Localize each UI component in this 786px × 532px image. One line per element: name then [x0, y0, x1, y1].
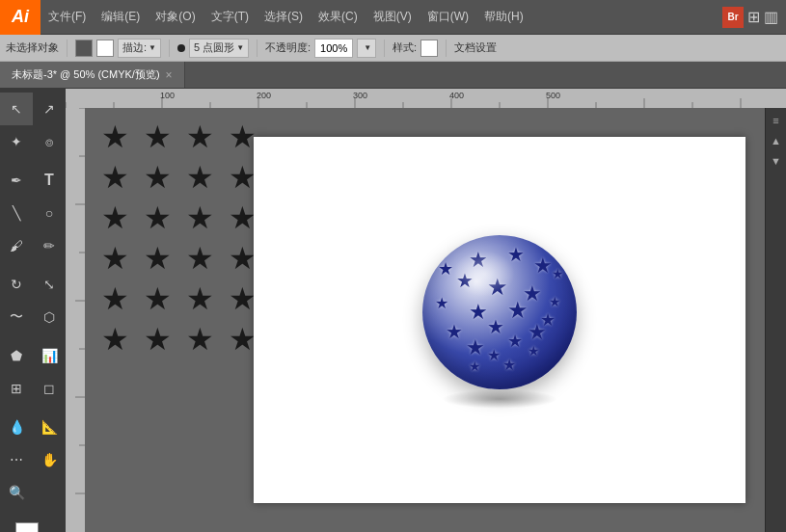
- tool-row-4: ╲ ○: [0, 197, 66, 229]
- svg-text:300: 300: [353, 91, 367, 100]
- paintbrush-tool[interactable]: 🖌: [0, 229, 33, 262]
- chart-tool[interactable]: 📊: [33, 339, 66, 372]
- tool-row-6: ↻ ⤡: [0, 268, 66, 301]
- sphere-star: ★: [466, 335, 485, 360]
- color-area: [8, 515, 58, 532]
- panel-btn-2[interactable]: ▲: [768, 132, 785, 149]
- menu-effect[interactable]: 效果(C): [311, 0, 366, 35]
- sphere-star: ★: [533, 253, 553, 279]
- symbol-tool[interactable]: ⬟: [0, 339, 33, 372]
- sphere: ★★★★★★★★★★★★★★★★★★★★★★: [422, 235, 577, 389]
- grid-icon[interactable]: ⊞: [747, 8, 760, 26]
- sphere-star: ★: [540, 309, 556, 331]
- menu-select[interactable]: 选择(S): [257, 0, 311, 35]
- tab-document[interactable]: 未标题-3* @ 50% (CMYK/预览) ×: [0, 62, 185, 88]
- menu-file[interactable]: 文件(F): [41, 0, 94, 35]
- star-item: ★: [179, 279, 220, 318]
- star-item: ★: [95, 239, 135, 278]
- toolbar: ↖ ↗ ✦ ⌾ ✒ T ╲ ○ 🖌 ✏ ↻ ⤡ 〜 ⬡ ⬟: [0, 89, 66, 532]
- svg-rect-22: [66, 108, 85, 532]
- magic-wand-tool[interactable]: ✦: [0, 125, 33, 158]
- tool-row-9: ⊞ ◻: [0, 372, 66, 405]
- hand-tool[interactable]: ✋: [33, 443, 66, 476]
- selection-tool[interactable]: ↖: [0, 93, 33, 125]
- tab-bar: 未标题-3* @ 50% (CMYK/预览) ×: [0, 62, 786, 89]
- opacity-arrow: ▼: [364, 43, 371, 52]
- star-item: ★: [95, 320, 135, 359]
- ai-logo: Ai: [0, 0, 41, 35]
- star-item: ★: [179, 239, 220, 278]
- tab-close-button[interactable]: ×: [166, 68, 173, 82]
- sphere-star: ★: [469, 300, 488, 325]
- star-item: ★: [95, 279, 135, 318]
- zoom-tool[interactable]: 🔍: [0, 476, 33, 509]
- tool-row-10: 💧 📐: [0, 411, 66, 443]
- canvas-body: 100 ★★★★★★★★★★★★★★★★★★★★★★★★: [66, 108, 786, 532]
- star-item: ★: [137, 199, 177, 237]
- tool-row-12: 🔍: [0, 476, 66, 509]
- free-transform-tool[interactable]: ⬡: [33, 301, 66, 333]
- bridge-icon: Br: [722, 7, 744, 28]
- ruler-left: 100: [66, 108, 85, 532]
- stroke-swatch[interactable]: [96, 40, 114, 57]
- star-item: ★: [179, 199, 220, 237]
- warp-tool[interactable]: 〜: [0, 301, 33, 333]
- fill-color-swatch[interactable]: [15, 522, 39, 532]
- type-tool[interactable]: T: [33, 164, 66, 197]
- fill-swatch[interactable]: [75, 40, 93, 57]
- style-swatch[interactable]: [420, 40, 438, 57]
- stroke-style-dropdown[interactable]: 5 点圆形 ▼: [189, 39, 249, 58]
- sphere-star: ★: [552, 266, 564, 281]
- eraser-tool[interactable]: ◻: [33, 372, 66, 405]
- tool-row-11: ⋯ ✋: [0, 443, 66, 476]
- star-item: ★: [179, 158, 220, 197]
- eyedropper-tool[interactable]: 💧: [0, 411, 33, 443]
- stroke-label: 描边:: [122, 40, 147, 55]
- lasso-tool[interactable]: ⌾: [33, 125, 66, 158]
- line-tool[interactable]: ╲: [0, 197, 33, 229]
- menu-help[interactable]: 帮助(H): [476, 0, 531, 35]
- sphere-star: ★: [446, 320, 463, 343]
- separator-1: [67, 40, 68, 57]
- shape-tool[interactable]: ○: [33, 197, 66, 229]
- sphere-star: ★: [487, 315, 504, 338]
- star-item: ★: [179, 320, 220, 359]
- menu-right: Br ⊞ ▥: [718, 7, 786, 28]
- stroke-dropdown-arrow: ▼: [149, 43, 156, 52]
- panel-btn-3[interactable]: ▼: [768, 152, 785, 170]
- panel-icon[interactable]: ▥: [764, 8, 778, 26]
- direct-selection-tool[interactable]: ↗: [33, 93, 66, 125]
- svg-text:100: 100: [160, 91, 175, 100]
- menu-view[interactable]: 视图(V): [366, 0, 420, 35]
- opacity-dropdown[interactable]: ▼: [357, 39, 376, 58]
- slice-tool[interactable]: ⊞: [0, 372, 33, 405]
- svg-text:200: 200: [257, 91, 271, 100]
- sphere-star: ★: [469, 359, 481, 374]
- measure-tool[interactable]: 📐: [33, 411, 66, 443]
- artboard: ★★★★★★★★★★★★★★★★★★★★★★: [254, 137, 745, 503]
- pencil-tool[interactable]: ✏: [33, 229, 66, 262]
- scale-tool[interactable]: ⤡: [33, 268, 66, 301]
- sphere-star: ★: [487, 346, 501, 364]
- tool-row-5: 🖌 ✏: [0, 229, 66, 262]
- separator-4: [384, 40, 385, 57]
- pen-tool[interactable]: ✒: [0, 164, 33, 197]
- menu-object[interactable]: 对象(O): [148, 0, 203, 35]
- opacity-input[interactable]: [314, 39, 353, 58]
- sphere-highlight: [453, 251, 515, 297]
- star-item: ★: [179, 118, 220, 156]
- sphere-star: ★: [528, 343, 540, 359]
- menu-text[interactable]: 文字(T): [203, 0, 257, 35]
- tool-row-8: ⬟ 📊: [0, 339, 66, 372]
- menu-window[interactable]: 窗口(W): [420, 0, 476, 35]
- blend-tool[interactable]: ⋯: [0, 443, 33, 476]
- menu-edit[interactable]: 编辑(E): [94, 0, 148, 35]
- ruler-top: 100 200 300 400 500: [66, 89, 786, 108]
- stroke-dropdown[interactable]: 描边: ▼: [118, 39, 161, 58]
- color-swatches[interactable]: [15, 522, 50, 532]
- dot-indicator: [177, 44, 185, 52]
- doc-settings-label[interactable]: 文档设置: [454, 40, 497, 55]
- rotate-tool[interactable]: ↻: [0, 268, 33, 301]
- canvas-container: ★★★★★★★★★★★★★★★★★★★★★★★★ ★★★★★★★★★★★★★★★…: [85, 108, 765, 532]
- panel-btn-1[interactable]: ≡: [768, 112, 785, 129]
